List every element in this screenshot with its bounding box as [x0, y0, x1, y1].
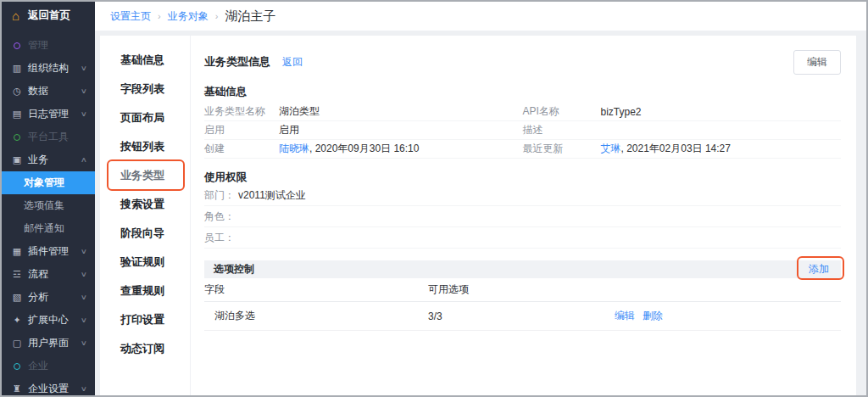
sidebar-nav: 管理 ▥ 组织结构 ∨ ◷ 数据 ∨ ▤ 日志管理 ∨ 平台工具 ▣ 业务 ∧ … [2, 29, 95, 397]
basic-info-section-title: 基础信息 [204, 85, 841, 99]
chevron-down-icon: ∨ [81, 339, 87, 347]
sidebar-item-analysis[interactable]: ▧ 分析 ∨ [2, 286, 95, 309]
option-control-title: 选项控制 [214, 262, 254, 277]
sidebar-item-extension-center[interactable]: ✦ 扩展中心 ∨ [2, 309, 95, 332]
permission-row-employee: 员工： [204, 227, 841, 249]
breadcrumb-separator: › [158, 11, 161, 21]
detail-panel: 基础信息 字段列表 页面布局 按钮列表 业务类型 搜索设置 阶段向导 验证规则 … [100, 36, 856, 395]
chevron-down-icon: ∨ [81, 87, 87, 95]
workspace: 基础信息 字段列表 页面布局 按钮列表 业务类型 搜索设置 阶段向导 验证规则 … [95, 31, 866, 395]
updater-link[interactable]: 艾琳 [601, 143, 621, 154]
flow-icon: ☲ [10, 269, 24, 280]
sidebar-item-enterprise[interactable]: 企业 [2, 355, 95, 377]
chevron-down-icon: ∨ [81, 248, 87, 255]
sidebar-item-data[interactable]: ◷ 数据 ∨ [2, 80, 95, 103]
sidebar-item-org-structure[interactable]: ▥ 组织结构 ∨ [2, 57, 95, 80]
menu-item-search-settings[interactable]: 搜索设置 [100, 190, 190, 219]
menu-item-dedup-rules[interactable]: 查重规则 [100, 277, 190, 305]
basic-info-fields: 业务类型名称 湖泊类型 启用 启用 创建 陆晓琳, 2020年09月30日 16… [204, 103, 841, 159]
sidebar-item-log-management[interactable]: ▤ 日志管理 ∨ [2, 103, 95, 126]
clock-icon: ◷ [10, 86, 24, 97]
back-to-home-label: 返回首页 [28, 8, 70, 23]
field-row-api-name: API名称 bizType2 [523, 103, 842, 121]
menu-item-page-layout[interactable]: 页面布局 [100, 103, 190, 132]
back-to-home[interactable]: ⌂ 返回首页 [2, 2, 95, 29]
menu-item-stage-wizard[interactable]: 阶段向导 [100, 219, 190, 248]
app-sidebar: ⌂ 返回首页 管理 ▥ 组织结构 ∨ ◷ 数据 ∨ ▤ 日志管理 ∨ 平台工具 … [2, 2, 95, 395]
edit-button[interactable]: 编辑 [793, 50, 841, 75]
ring-icon [10, 41, 24, 51]
back-link[interactable]: 返回 [282, 55, 303, 70]
field-row-last-updated: 最近更新 艾琳, 2021年02月03日 14:27 [523, 140, 842, 159]
option-table-header: 字段 可用选项 [204, 278, 841, 302]
field-row-created: 创建 陆晓琳, 2020年09月30日 16:10 [204, 140, 523, 159]
sidebar-item-business[interactable]: ▣ 业务 ∧ [2, 148, 95, 171]
field-row-type-name: 业务类型名称 湖泊类型 [204, 103, 523, 121]
permissions-rows: 部门： v2011测试企业 角色： 员工： [204, 185, 841, 249]
breadcrumb-current: 湖泊主子 [225, 8, 275, 25]
grid-icon: ▦ [10, 246, 24, 257]
business-type-detail: 业务类型信息 返回 编辑 基础信息 业务类型名称 湖泊类型 启用 启用 [191, 36, 856, 395]
ring-icon [10, 361, 24, 372]
sidebar-item-workflow[interactable]: ☲ 流程 ∨ [2, 263, 95, 286]
chevron-down-icon: ∨ [81, 271, 87, 278]
permissions-section-title: 使用权限 [204, 171, 841, 185]
menu-item-business-type[interactable]: 业务类型 [100, 161, 190, 190]
option-control-bar: 选项控制 添加 [204, 260, 841, 278]
menu-item-field-list[interactable]: 字段列表 [100, 75, 190, 103]
sidebar-item-user-interface[interactable]: ▢ 用户界面 ∨ [2, 332, 95, 355]
chart-icon: ▧ [10, 292, 24, 303]
sidebar-item-enterprise-settings[interactable]: ♜ 企业设置 ∨ [2, 377, 95, 397]
sidebar-item-object-management[interactable]: 对象管理 [2, 171, 95, 194]
chevron-down-icon: ∨ [81, 64, 87, 72]
chevron-down-icon: ∨ [81, 110, 87, 118]
field-row-enabled: 启用 启用 [204, 121, 523, 140]
add-option-link[interactable]: 添加 [809, 263, 829, 275]
rocket-icon: ✦ [10, 315, 24, 326]
permission-row-department: 部门： v2011测试企业 [204, 185, 841, 206]
option-table-row: 湖泊多选 3/3 编辑 删除 [204, 302, 841, 331]
sidebar-item-mail-notice[interactable]: 邮件通知 [2, 217, 95, 240]
sidebar-item-plugin-management[interactable]: ▦ 插件管理 ∨ [2, 240, 95, 263]
log-list-icon: ▤ [10, 109, 24, 120]
org-chart-icon: ▥ [10, 63, 24, 74]
chevron-down-icon: ∨ [81, 294, 87, 301]
field-row-description: 描述 [523, 121, 842, 140]
object-settings-menu: 基础信息 字段列表 页面布局 按钮列表 业务类型 搜索设置 阶段向导 验证规则 … [100, 36, 191, 395]
page-title: 业务类型信息 [204, 54, 270, 70]
menu-item-print-settings[interactable]: 打印设置 [100, 305, 190, 334]
window-icon: ▢ [10, 338, 24, 349]
creator-link[interactable]: 陆晓琳 [279, 143, 309, 154]
building-icon: ♜ [10, 383, 24, 394]
option-field-name: 湖泊多选 [204, 309, 428, 323]
option-available-count: 3/3 [428, 310, 615, 322]
ring-icon [10, 132, 24, 143]
sidebar-item-admin[interactable]: 管理 [2, 34, 95, 57]
breadcrumb-settings-home[interactable]: 设置主页 [110, 9, 151, 24]
breadcrumb: 设置主页 › 业务对象 › 湖泊主子 [95, 2, 866, 31]
sidebar-item-option-sets[interactable]: 选项值集 [2, 194, 95, 217]
menu-item-validation-rules[interactable]: 验证规则 [100, 248, 190, 277]
chevron-down-icon: ∨ [81, 316, 87, 324]
chevron-up-icon: ∧ [81, 156, 87, 164]
breadcrumb-business-object[interactable]: 业务对象 [168, 9, 209, 24]
menu-item-button-list[interactable]: 按钮列表 [100, 132, 190, 161]
sidebar-item-platform-tools[interactable]: 平台工具 [2, 126, 95, 148]
content-header: 业务类型信息 返回 编辑 [204, 48, 841, 76]
permission-row-role: 角色： [204, 206, 841, 227]
briefcase-icon: ▣ [10, 154, 24, 165]
row-edit-link[interactable]: 编辑 [615, 309, 635, 323]
breadcrumb-separator: › [215, 11, 219, 21]
row-delete-link[interactable]: 删除 [643, 309, 663, 323]
menu-item-dynamic-subscribe[interactable]: 动态订阅 [100, 334, 190, 363]
chevron-down-icon: ∨ [81, 385, 87, 393]
menu-item-basic-info[interactable]: 基础信息 [100, 46, 190, 75]
home-icon: ⌂ [12, 9, 19, 22]
